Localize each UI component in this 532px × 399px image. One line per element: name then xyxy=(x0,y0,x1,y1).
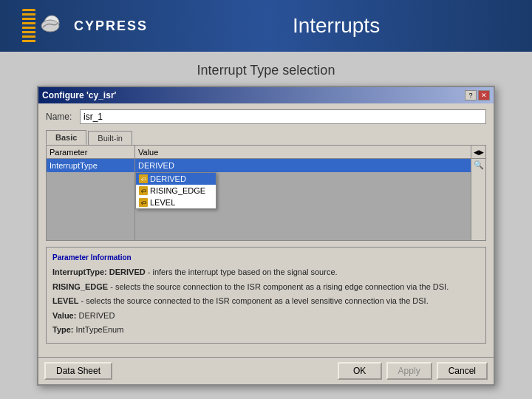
cancel-button[interactable]: Cancel xyxy=(437,362,488,380)
search-icon-cell[interactable]: 🔍 xyxy=(471,159,485,240)
dropdown-item-rising-edge[interactable]: 🏷 RISING_EDGE xyxy=(136,185,216,197)
tabs-bar: Basic Built-in xyxy=(46,130,486,145)
main-area: Interrupt Type selection Configure 'cy_i… xyxy=(0,52,532,399)
param-info-line5: Type: IntTypeEnum xyxy=(52,324,480,336)
interrupt-type-dropdown[interactable]: 🏷 DERIVED 🏷 RISING_EDGE 🏷 LEVEL xyxy=(135,172,216,209)
col-right-header: ◀▶ xyxy=(471,146,485,158)
name-label: Name: xyxy=(46,112,75,122)
dropdown-item-level[interactable]: 🏷 LEVEL xyxy=(136,197,216,208)
param-info-line1: InterruptType: DERIVED - infers the inte… xyxy=(52,266,480,279)
cypress-logo xyxy=(22,7,66,44)
close-button[interactable]: ✕ xyxy=(478,90,490,100)
col-value-header: Value xyxy=(135,148,471,157)
param-info-box: Parameter Information InterruptType: DER… xyxy=(46,247,486,344)
search-icon: 🔍 xyxy=(474,160,484,170)
section-title: Interrupt Type selection xyxy=(197,63,335,78)
param-info-title: Parameter Information xyxy=(52,252,480,263)
param-empty xyxy=(47,172,134,240)
dialog-footer: Data Sheet OK Apply Cancel xyxy=(38,357,494,384)
titlebar-buttons: ? ✕ xyxy=(465,90,490,100)
param-column: InterruptType xyxy=(47,159,135,240)
col-param-header: Parameter xyxy=(47,146,135,158)
tab-builtin[interactable]: Built-in xyxy=(88,131,132,145)
footer-left: Data Sheet xyxy=(44,362,112,380)
dialog-content: Name: Basic Built-in Parameter Value ◀▶ … xyxy=(38,103,494,357)
parameter-table: Parameter Value ◀▶ InterruptType DERIVED xyxy=(46,145,486,241)
help-button[interactable]: ? xyxy=(465,90,477,100)
tab-basic[interactable]: Basic xyxy=(46,130,86,145)
app-header: CYPRESS Interrupts xyxy=(0,0,532,52)
cypress-bird-icon xyxy=(37,13,64,39)
param-info-line3: LEVEL - selects the source connected to … xyxy=(52,295,480,307)
data-sheet-button[interactable]: Data Sheet xyxy=(44,362,112,380)
logo-stripes xyxy=(22,9,35,43)
level-icon: 🏷 xyxy=(139,198,148,207)
derived-icon: 🏷 xyxy=(139,174,148,183)
table-header: Parameter Value ◀▶ xyxy=(47,146,485,159)
app-title: Interrupts xyxy=(163,14,510,38)
derived-value[interactable]: DERIVED xyxy=(135,159,471,172)
apply-button[interactable]: Apply xyxy=(386,362,432,380)
ok-button[interactable]: OK xyxy=(338,362,382,380)
footer-right: OK Apply Cancel xyxy=(338,362,488,380)
param-info-line4: Value: DERIVED xyxy=(52,310,480,322)
interrupt-type-param: InterruptType xyxy=(47,159,135,172)
configure-dialog: Configure 'cy_isr' ? ✕ Name: Basic Built… xyxy=(37,86,495,386)
table-body: InterruptType DERIVED 🏷 DERIVED � xyxy=(47,159,485,240)
logo-text: CYPRESS xyxy=(74,18,148,34)
logo-area: CYPRESS xyxy=(22,7,148,44)
dialog-title-text: Configure 'cy_isr' xyxy=(42,90,116,100)
name-row: Name: xyxy=(46,109,486,124)
name-input[interactable] xyxy=(80,109,486,124)
dialog-titlebar: Configure 'cy_isr' ? ✕ xyxy=(38,87,494,103)
param-info-line2: RISING_EDGE - selects the source connect… xyxy=(52,281,480,293)
value-column: DERIVED 🏷 DERIVED 🏷 RISING_EDGE xyxy=(135,159,471,240)
rising-edge-icon: 🏷 xyxy=(139,186,148,195)
dropdown-item-derived[interactable]: 🏷 DERIVED xyxy=(136,173,216,185)
